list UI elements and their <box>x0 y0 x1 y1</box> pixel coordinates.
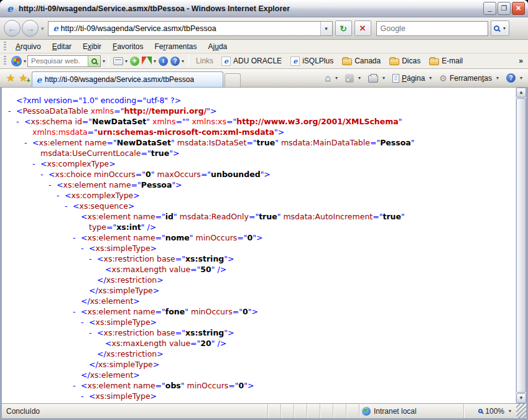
xml-token: xs:element <box>87 307 131 316</box>
history-dropdown[interactable]: ▾ <box>41 25 44 32</box>
xml-token: =" <box>237 233 247 242</box>
resize-grip[interactable] <box>516 404 526 418</box>
collapse-toggle[interactable]: - <box>89 327 97 338</box>
xml-token: minOccurs <box>187 381 229 390</box>
dropdown-icon[interactable]: ▾ <box>182 58 184 64</box>
xml-token: =" <box>136 170 146 179</box>
scroll-down-button[interactable]: ▼ <box>516 393 526 403</box>
web-search-input[interactable] <box>28 57 88 65</box>
collapse-toggle[interactable]: - <box>81 317 89 327</box>
collapse-toggle[interactable]: - <box>32 158 40 169</box>
dropdown-icon[interactable]: ▾ <box>154 58 156 64</box>
home-button[interactable]: ⌂ ▾ <box>322 72 341 84</box>
link-adu-oracle[interactable]: eADU ORACLE <box>221 57 282 66</box>
msn-butterfly-button[interactable]: ▾ <box>142 57 156 65</box>
menu-item-favoritos[interactable]: Favoritos <box>107 41 149 52</box>
dropdown-icon[interactable]: ▾ <box>24 58 26 64</box>
collapse-toggle[interactable]: - <box>81 243 89 253</box>
collapse-toggle[interactable]: - <box>24 137 32 148</box>
link-dicas[interactable]: Dicas <box>389 57 420 66</box>
search-box <box>376 21 488 36</box>
collapse-toggle[interactable]: - <box>73 380 81 391</box>
xml-token: " /> <box>211 265 226 274</box>
menu-item-ajuda[interactable]: Ajuda <box>203 41 233 52</box>
add-content-button[interactable]: + <box>130 57 139 66</box>
xml-token: =" <box>131 180 141 189</box>
print-button[interactable]: ▾ <box>365 72 388 84</box>
xml-token: PessoaDataTable <box>22 106 88 116</box>
links-overflow-chevron[interactable]: » <box>519 57 523 65</box>
xml-token: =" <box>201 170 211 179</box>
search-input[interactable] <box>377 24 488 33</box>
close-button[interactable]: ✕ <box>512 2 525 15</box>
add-favorite-button[interactable]: ★ <box>19 72 27 84</box>
collapse-toggle[interactable]: - <box>89 253 97 264</box>
xml-token: < <box>97 328 103 337</box>
xml-token: =" <box>190 339 200 348</box>
collapse-toggle[interactable]: - <box>73 306 81 317</box>
web-search-go-button[interactable] <box>88 56 100 66</box>
dropdown-icon[interactable]: ▾ <box>335 75 338 81</box>
zoom-dropdown[interactable]: ▾ <box>509 408 511 414</box>
new-tab-button[interactable] <box>225 73 241 87</box>
search-options-dropdown[interactable]: ▾ <box>503 25 506 31</box>
collapse-toggle[interactable]: - <box>40 169 49 180</box>
active-tab[interactable]: e http://ti-09/wsagenda/Service.asmx/tbP… <box>32 71 223 87</box>
address-dropdown-button[interactable]: ▾ <box>320 22 332 35</box>
vertical-scrollbar[interactable]: ▲ ▼ <box>516 88 526 403</box>
dropdown-icon[interactable]: ▾ <box>358 75 361 81</box>
link-canada[interactable]: Canada <box>342 57 381 66</box>
maximize-button[interactable]: ❐ <box>498 2 511 15</box>
dropdown-icon[interactable]: ▾ <box>125 58 127 64</box>
feeds-button[interactable]: ▾ <box>342 72 364 84</box>
xml-token: xs:string <box>185 254 224 263</box>
favorites-center-button[interactable]: ★ <box>6 72 15 84</box>
xml-token: " <box>146 117 152 126</box>
dropdown-icon[interactable]: ▾ <box>520 75 522 81</box>
xml-token: xs:element <box>39 138 82 147</box>
msn-toolbar-button[interactable]: ▾ <box>11 56 26 66</box>
forward-button[interactable]: → <box>22 20 39 37</box>
green-plus-icon: + <box>130 57 139 66</box>
web-search-dropdown[interactable]: ▾ <box>103 58 105 64</box>
form-fill-button[interactable]: ▾ <box>113 57 127 65</box>
toolbar-help-button[interactable]: ? ▾ <box>170 57 184 66</box>
messenger-button[interactable]: t <box>159 57 168 66</box>
xml-token: name <box>131 307 155 316</box>
minimize-button[interactable]: _ <box>483 2 496 15</box>
zoom-panel[interactable]: 100% ▾ <box>464 404 516 418</box>
menu-item-editar[interactable]: Editar <box>47 41 77 52</box>
link-e-mail[interactable]: E-mail <box>429 57 463 66</box>
xml-token: < <box>81 307 87 316</box>
collapse-toggle[interactable]: - <box>81 391 89 401</box>
collapse-toggle[interactable]: - <box>16 116 24 127</box>
dropdown-icon[interactable]: ▾ <box>382 75 385 81</box>
xml-token: > <box>157 349 163 358</box>
scroll-up-button[interactable]: ▲ <box>516 88 526 98</box>
help-icon: ? <box>170 57 180 66</box>
xml-line: -<xs:simpleType> <box>81 317 516 327</box>
stop-button[interactable]: ✕ <box>354 21 371 36</box>
collapse-toggle[interactable]: - <box>49 180 57 190</box>
scrollbar-thumb[interactable] <box>516 98 526 393</box>
dropdown-icon[interactable]: ▾ <box>496 75 499 81</box>
refresh-button[interactable]: ↻ <box>335 21 352 36</box>
collapse-toggle[interactable]: - <box>57 190 65 201</box>
address-input[interactable] <box>61 24 320 33</box>
link-isqlplus[interactable]: eiSQLPlus <box>290 57 333 66</box>
menu-item-exibir[interactable]: Exibir <box>77 41 107 52</box>
collapse-toggle[interactable]: - <box>8 106 16 116</box>
menu-grip[interactable] <box>4 42 6 52</box>
search-go-button[interactable]: ▾ <box>491 21 509 36</box>
page-button[interactable]: Página ▾ <box>389 72 435 84</box>
dropdown-icon[interactable]: ▾ <box>429 75 432 81</box>
back-button[interactable]: ← <box>4 20 21 37</box>
collapse-toggle[interactable]: - <box>65 201 73 211</box>
menu-item-ferramentas[interactable]: Ferramentas <box>149 41 202 52</box>
xml-token: </ <box>89 360 98 369</box>
collapse-toggle[interactable]: - <box>73 232 81 243</box>
tools-button[interactable]: ⚙ Ferramentas ▾ <box>436 72 502 84</box>
help-button[interactable]: ? ▾ <box>503 71 526 84</box>
menu-item-arquivo[interactable]: Arquivo <box>10 41 47 52</box>
toolbar-grip[interactable] <box>4 56 6 66</box>
